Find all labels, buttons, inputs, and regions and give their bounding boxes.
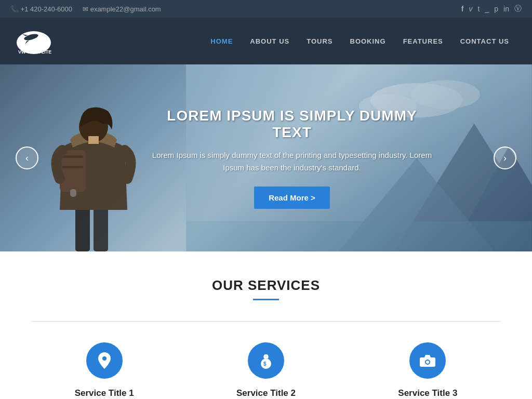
social-linkedin[interactable]: in [503, 5, 509, 13]
service-1-title: Service Title 1 [42, 388, 167, 398]
services-divider [253, 299, 279, 300]
service-card-3: Service Title 3 Lorem Ipsum is simply du… [355, 337, 501, 399]
services-grid: Service Title 1 Lorem Ipsum is simply du… [31, 337, 501, 399]
section-rule [31, 321, 501, 322]
hero-content: LOREM IPSUM IS SIMPLY DUMMY TEXT Lorem I… [147, 108, 437, 209]
svg-rect-19 [70, 189, 76, 197]
social-tumblr[interactable]: t [477, 5, 480, 13]
service-1-icon [86, 342, 123, 379]
email-info: ✉ example22@gmail.com [83, 5, 161, 13]
phone-info: 📞 +1 420-240-6000 [10, 5, 72, 13]
social-links: f v t ⎯ p in Ⓥ [461, 4, 522, 14]
svg-point-8 [411, 80, 480, 109]
social-instagram[interactable]: Ⓥ [514, 4, 522, 14]
svg-point-27 [426, 361, 429, 364]
slider-next[interactable]: › [494, 147, 516, 169]
social-facebook[interactable]: f [461, 5, 464, 13]
logo[interactable]: VW TOUR LITE [16, 24, 57, 58]
hero-title: LOREM IPSUM IS SIMPLY DUMMY TEXT [147, 108, 437, 141]
service-card-1: Service Title 1 Lorem Ipsum is simply du… [31, 337, 177, 399]
social-rss[interactable]: ⎯ [485, 5, 489, 13]
svg-rect-15 [94, 205, 108, 251]
slider-prev[interactable]: ‹ [16, 147, 38, 169]
nav-contact[interactable]: CONTACT US [453, 33, 516, 49]
nav-about[interactable]: ABOUT US [243, 33, 297, 49]
hero-cta-button[interactable]: Read More > [254, 187, 330, 209]
social-pinterest[interactable]: p [494, 5, 498, 13]
services-section: OUR SERVICES Service Title 1 Lorem Ipsum… [0, 251, 532, 399]
svg-text:VW TOUR LITE: VW TOUR LITE [18, 49, 51, 55]
svg-rect-21 [88, 136, 99, 144]
svg-text:$: $ [263, 361, 267, 367]
phone-number: +1 420-240-6000 [21, 5, 72, 13]
nav-booking[interactable]: BOOKING [343, 33, 393, 49]
top-bar: 📞 +1 420-240-6000 ✉ example22@gmail.com … [0, 0, 532, 18]
top-bar-contact: 📞 +1 420-240-6000 ✉ example22@gmail.com [10, 5, 161, 13]
hero-subtitle: Lorem Ipsum is simply dummy text of the … [147, 149, 437, 174]
header: VW TOUR LITE HOME ABOUT US TOURS BOOKING… [0, 18, 532, 64]
service-card-2: $ Service Title 2 Lorem Ipsum is simply … [193, 337, 339, 399]
nav-features[interactable]: FEATURES [396, 33, 450, 49]
service-3-icon [409, 342, 446, 379]
svg-rect-13 [186, 221, 532, 251]
hero-section: ‹ › LOREM IPSUM IS SIMPLY DUMMY TEXT Lor… [0, 64, 532, 251]
email-icon: ✉ [83, 5, 88, 13]
main-nav: HOME ABOUT US TOURS BOOKING FEATURES CON… [203, 33, 516, 49]
services-title: OUR SERVICES [31, 277, 501, 294]
nav-home[interactable]: HOME [203, 33, 240, 49]
email-address: example22@gmail.com [90, 5, 161, 13]
phone-icon: 📞 [10, 5, 19, 13]
logo-icon: VW TOUR LITE [16, 24, 57, 58]
svg-rect-17 [62, 155, 83, 158]
services-header: OUR SERVICES [31, 277, 501, 300]
svg-point-22 [102, 356, 107, 361]
svg-rect-14 [75, 205, 90, 251]
nav-tours[interactable]: TOURS [299, 33, 340, 49]
social-vimeo[interactable]: v [469, 5, 472, 13]
service-3-title: Service Title 3 [365, 388, 490, 398]
service-2-title: Service Title 2 [203, 388, 328, 398]
svg-rect-18 [62, 166, 83, 168]
hero-person [31, 75, 156, 251]
service-2-icon: $ [248, 342, 284, 379]
